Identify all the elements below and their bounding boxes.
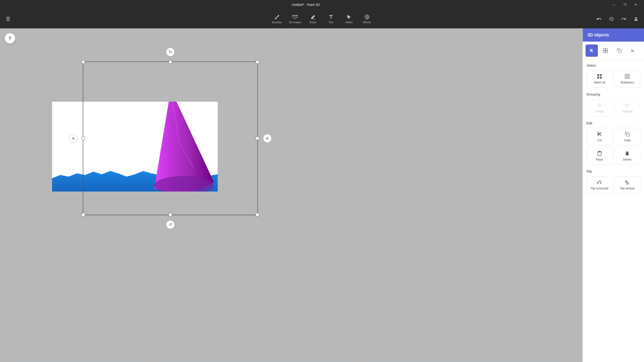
erase-tool-label: Erase: [310, 21, 316, 24]
handle-middle-right[interactable]: [256, 137, 259, 140]
minimize-button[interactable]: —: [608, 0, 620, 9]
titlebar-title: Untitled* - Paint 3D: [3, 3, 608, 7]
delete-icon: [624, 151, 630, 156]
redo-icon: [621, 16, 626, 21]
erase-icon: [310, 14, 316, 20]
copy-icon-tab: [616, 48, 622, 53]
text-icon: [328, 14, 334, 20]
help-button[interactable]: ?: [5, 33, 15, 43]
ungroup-label: Ungroup: [622, 110, 633, 113]
group-button[interactable]: Group: [586, 99, 612, 117]
3d-shapes-tool-label: 3D shapes: [289, 21, 302, 24]
select-all-label: Select all: [594, 81, 605, 84]
svg-rect-15: [628, 77, 629, 78]
canvas-grid: [0, 334, 582, 362]
svg-rect-18: [599, 106, 600, 107]
select-all-icon: [597, 74, 602, 79]
panel-tabs: [583, 42, 644, 60]
window-controls: — ❐ ✕: [608, 0, 641, 9]
right-panel: 3D objects: [582, 28, 644, 362]
rotate-handle-bottom[interactable]: ↺: [166, 220, 174, 229]
flip-horizontal-button[interactable]: Flip horizontal: [586, 176, 612, 194]
select-tab-button[interactable]: [586, 44, 598, 57]
svg-rect-12: [625, 74, 627, 76]
cursor-icon: [589, 48, 594, 53]
maximize-button[interactable]: ❐: [620, 0, 630, 9]
handle-top-middle[interactable]: [169, 60, 172, 64]
effects-tool-button[interactable]: Effects: [360, 12, 374, 25]
3d-shapes-tool-button[interactable]: 3D shapes: [288, 12, 302, 25]
handle-top-right[interactable]: [256, 60, 259, 64]
text-tool-label: Text: [328, 21, 333, 24]
effects-tool-label: Effects: [363, 21, 371, 24]
handle-bottom-middle[interactable]: [169, 213, 172, 216]
canvas-image: [52, 102, 218, 192]
delete-button[interactable]: Delete: [614, 147, 640, 165]
svg-rect-13: [628, 74, 629, 76]
multiselect-btn-icon: [624, 74, 630, 79]
select-buttons: Select all Multiselect: [586, 70, 640, 88]
cut-button[interactable]: Cut: [586, 128, 612, 145]
flip-vertical-icon: [624, 180, 630, 185]
handle-bottom-right[interactable]: [256, 213, 259, 216]
hamburger-menu-button[interactable]: ☰: [3, 14, 13, 24]
paste-button[interactable]: Paste: [586, 147, 612, 165]
svg-rect-21: [627, 106, 628, 107]
select-tool-button[interactable]: Select: [342, 12, 356, 25]
flip-horizontal-icon: [597, 180, 602, 185]
brush-tool-label: Brushes: [272, 21, 282, 24]
profile-button[interactable]: [631, 14, 641, 24]
text-tool-button[interactable]: Text: [324, 12, 338, 25]
edit-section-title: Edit: [586, 121, 640, 125]
close-button[interactable]: ✕: [630, 0, 641, 9]
multiselect-tab-button[interactable]: [599, 44, 612, 57]
copy-tab-button[interactable]: [613, 44, 625, 57]
depth-handle-right[interactable]: ⊕: [263, 134, 272, 143]
titlebar: Untitled* - Paint 3D — ❐ ✕: [0, 0, 644, 9]
main-area: ?: [0, 28, 644, 362]
cut-label: Cut: [597, 139, 602, 142]
cone-3d: [118, 102, 218, 192]
toolbar-right: [594, 14, 641, 24]
handle-top-left[interactable]: [82, 60, 85, 64]
ungroup-button[interactable]: Ungroup: [614, 99, 640, 117]
undo-icon: [596, 16, 602, 21]
svg-rect-20: [628, 104, 629, 105]
toolbar-left: ☰: [3, 14, 13, 24]
brush-icon: [274, 14, 280, 20]
svg-rect-3: [603, 48, 605, 50]
paste-label: Paste: [596, 158, 603, 161]
svg-rect-16: [598, 104, 599, 105]
panel-content: Select Select all: [583, 60, 644, 362]
copy-button[interactable]: Copy: [614, 128, 640, 145]
grouping-section-title: Grouping: [586, 92, 640, 96]
history-button[interactable]: [606, 14, 616, 24]
handle-bottom-left[interactable]: [82, 213, 85, 216]
flip-vertical-button[interactable]: Flip vertical: [614, 176, 640, 194]
svg-rect-8: [598, 74, 599, 76]
group-icon: [597, 103, 602, 108]
redo-button[interactable]: [618, 14, 629, 24]
select-all-button[interactable]: Select all: [586, 70, 612, 88]
flip-horizontal-label: Flip horizontal: [590, 187, 608, 190]
crop-tab-button[interactable]: [627, 44, 639, 57]
effects-icon: [364, 14, 370, 20]
rotate-handle-top[interactable]: ↻: [166, 48, 174, 56]
svg-rect-17: [600, 104, 602, 105]
paste-icon: [597, 151, 602, 156]
brush-tool-button[interactable]: Brushes: [270, 12, 284, 25]
crop-icon: [630, 48, 636, 53]
profile-icon: [633, 16, 638, 21]
undo-button[interactable]: [594, 14, 604, 24]
multiselect-button[interactable]: Multiselect: [614, 70, 640, 88]
history-icon: [609, 16, 614, 21]
delete-label: Delete: [623, 158, 632, 161]
flip-section-title: Flip: [586, 170, 640, 173]
svg-rect-9: [600, 74, 602, 76]
erase-tool-button[interactable]: Erase: [306, 12, 320, 25]
svg-rect-5: [603, 51, 605, 53]
canvas-area[interactable]: ?: [0, 28, 582, 362]
grouping-buttons: Group Ungroup: [586, 99, 640, 117]
toolbar: ☰ Brushes 3D shapes Erase Text Select: [0, 9, 644, 28]
select-tool-label: Select: [346, 21, 353, 24]
